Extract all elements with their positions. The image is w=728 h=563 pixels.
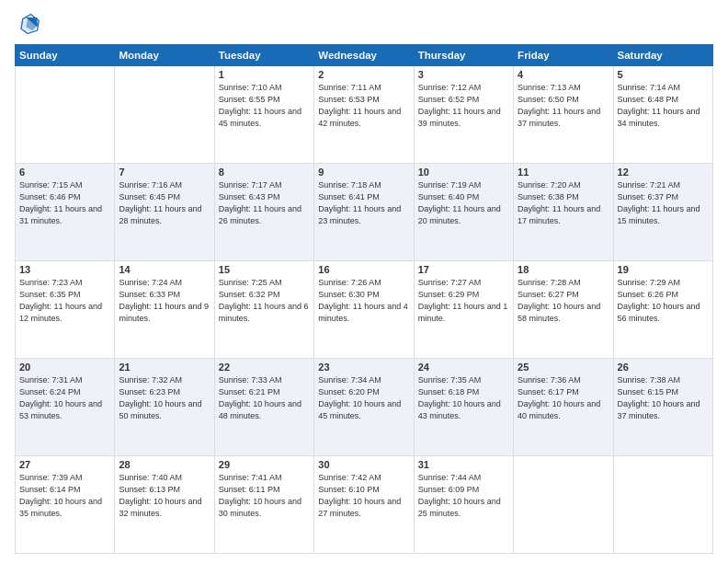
day-info: Sunrise: 7:36 AM Sunset: 6:17 PM Dayligh… [518, 374, 609, 422]
col-header-monday: Monday [115, 45, 214, 66]
day-cell: 21Sunrise: 7:32 AM Sunset: 6:23 PM Dayli… [115, 359, 214, 456]
day-info: Sunrise: 7:25 AM Sunset: 6:32 PM Dayligh… [219, 277, 310, 325]
day-number: 23 [318, 362, 409, 373]
day-cell: 14Sunrise: 7:24 AM Sunset: 6:33 PM Dayli… [115, 261, 214, 359]
day-info: Sunrise: 7:20 AM Sunset: 6:38 PM Dayligh… [518, 179, 609, 227]
day-number: 21 [119, 362, 210, 373]
day-info: Sunrise: 7:17 AM Sunset: 6:43 PM Dayligh… [219, 179, 310, 227]
day-cell: 25Sunrise: 7:36 AM Sunset: 6:17 PM Dayli… [514, 359, 613, 456]
day-info: Sunrise: 7:41 AM Sunset: 6:11 PM Dayligh… [219, 472, 310, 520]
day-number: 17 [418, 264, 509, 275]
day-number: 24 [418, 362, 509, 373]
day-info: Sunrise: 7:24 AM Sunset: 6:33 PM Dayligh… [119, 277, 210, 325]
day-number: 14 [119, 264, 210, 275]
day-cell: 4Sunrise: 7:13 AM Sunset: 6:50 PM Daylig… [514, 66, 613, 164]
day-info: Sunrise: 7:33 AM Sunset: 6:21 PM Dayligh… [219, 374, 310, 422]
day-cell: 22Sunrise: 7:33 AM Sunset: 6:21 PM Dayli… [214, 359, 313, 456]
day-cell [115, 66, 214, 164]
day-number: 31 [418, 459, 509, 470]
day-number: 25 [518, 362, 609, 373]
day-cell: 9Sunrise: 7:18 AM Sunset: 6:41 PM Daylig… [314, 164, 414, 261]
day-info: Sunrise: 7:16 AM Sunset: 6:45 PM Dayligh… [119, 179, 210, 227]
week-row-4: 27Sunrise: 7:39 AM Sunset: 6:14 PM Dayli… [16, 456, 713, 554]
day-cell: 29Sunrise: 7:41 AM Sunset: 6:11 PM Dayli… [214, 456, 313, 554]
day-info: Sunrise: 7:42 AM Sunset: 6:10 PM Dayligh… [318, 472, 409, 520]
day-info: Sunrise: 7:18 AM Sunset: 6:41 PM Dayligh… [318, 179, 409, 227]
day-cell: 6Sunrise: 7:15 AM Sunset: 6:46 PM Daylig… [16, 164, 115, 261]
day-number: 6 [19, 167, 110, 178]
day-info: Sunrise: 7:38 AM Sunset: 6:15 PM Dayligh… [618, 374, 709, 422]
day-info: Sunrise: 7:34 AM Sunset: 6:20 PM Dayligh… [318, 374, 409, 422]
day-cell: 19Sunrise: 7:29 AM Sunset: 6:26 PM Dayli… [613, 261, 712, 359]
day-number: 28 [119, 459, 210, 470]
day-number: 16 [318, 264, 409, 275]
day-cell: 7Sunrise: 7:16 AM Sunset: 6:45 PM Daylig… [115, 164, 214, 261]
day-info: Sunrise: 7:26 AM Sunset: 6:30 PM Dayligh… [318, 277, 409, 325]
day-info: Sunrise: 7:10 AM Sunset: 6:55 PM Dayligh… [219, 82, 310, 130]
col-header-saturday: Saturday [613, 45, 712, 66]
day-info: Sunrise: 7:14 AM Sunset: 6:48 PM Dayligh… [618, 82, 709, 130]
col-header-wednesday: Wednesday [314, 45, 414, 66]
week-row-3: 20Sunrise: 7:31 AM Sunset: 6:24 PM Dayli… [16, 359, 713, 456]
day-number: 9 [318, 167, 409, 178]
week-row-1: 6Sunrise: 7:15 AM Sunset: 6:46 PM Daylig… [16, 164, 713, 261]
day-number: 26 [618, 362, 709, 373]
logo [15, 11, 44, 37]
day-cell: 20Sunrise: 7:31 AM Sunset: 6:24 PM Dayli… [16, 359, 115, 456]
day-number: 4 [518, 69, 609, 80]
day-cell [514, 456, 613, 554]
day-info: Sunrise: 7:23 AM Sunset: 6:35 PM Dayligh… [19, 277, 110, 325]
day-info: Sunrise: 7:13 AM Sunset: 6:50 PM Dayligh… [518, 82, 609, 130]
page: SundayMondayTuesdayWednesdayThursdayFrid… [0, 0, 728, 563]
day-info: Sunrise: 7:29 AM Sunset: 6:26 PM Dayligh… [618, 277, 709, 325]
col-header-thursday: Thursday [414, 45, 513, 66]
day-info: Sunrise: 7:31 AM Sunset: 6:24 PM Dayligh… [19, 374, 110, 422]
day-info: Sunrise: 7:19 AM Sunset: 6:40 PM Dayligh… [418, 179, 509, 227]
day-number: 29 [219, 459, 310, 470]
logo-icon [15, 11, 40, 37]
day-number: 15 [219, 264, 310, 275]
day-info: Sunrise: 7:28 AM Sunset: 6:27 PM Dayligh… [518, 277, 609, 325]
day-info: Sunrise: 7:11 AM Sunset: 6:53 PM Dayligh… [318, 82, 409, 130]
day-cell: 31Sunrise: 7:44 AM Sunset: 6:09 PM Dayli… [414, 456, 513, 554]
day-cell: 10Sunrise: 7:19 AM Sunset: 6:40 PM Dayli… [414, 164, 513, 261]
day-number: 19 [618, 264, 709, 275]
day-info: Sunrise: 7:40 AM Sunset: 6:13 PM Dayligh… [119, 472, 210, 520]
day-info: Sunrise: 7:35 AM Sunset: 6:18 PM Dayligh… [418, 374, 509, 422]
day-cell: 1Sunrise: 7:10 AM Sunset: 6:55 PM Daylig… [214, 66, 313, 164]
day-info: Sunrise: 7:32 AM Sunset: 6:23 PM Dayligh… [119, 374, 210, 422]
day-number: 8 [219, 167, 310, 178]
week-row-2: 13Sunrise: 7:23 AM Sunset: 6:35 PM Dayli… [16, 261, 713, 359]
calendar-header-row: SundayMondayTuesdayWednesdayThursdayFrid… [16, 45, 713, 66]
day-cell [613, 456, 712, 554]
day-cell: 23Sunrise: 7:34 AM Sunset: 6:20 PM Dayli… [314, 359, 414, 456]
day-info: Sunrise: 7:44 AM Sunset: 6:09 PM Dayligh… [418, 472, 509, 520]
day-number: 22 [219, 362, 310, 373]
day-number: 12 [618, 167, 709, 178]
day-cell: 3Sunrise: 7:12 AM Sunset: 6:52 PM Daylig… [414, 66, 513, 164]
day-cell: 8Sunrise: 7:17 AM Sunset: 6:43 PM Daylig… [214, 164, 313, 261]
day-number: 1 [219, 69, 310, 80]
day-info: Sunrise: 7:12 AM Sunset: 6:52 PM Dayligh… [418, 82, 509, 130]
day-cell: 13Sunrise: 7:23 AM Sunset: 6:35 PM Dayli… [16, 261, 115, 359]
day-number: 20 [19, 362, 110, 373]
col-header-friday: Friday [514, 45, 613, 66]
day-cell: 27Sunrise: 7:39 AM Sunset: 6:14 PM Dayli… [16, 456, 115, 554]
day-cell: 28Sunrise: 7:40 AM Sunset: 6:13 PM Dayli… [115, 456, 214, 554]
col-header-sunday: Sunday [16, 45, 115, 66]
day-cell: 16Sunrise: 7:26 AM Sunset: 6:30 PM Dayli… [314, 261, 414, 359]
day-number: 7 [119, 167, 210, 178]
day-number: 11 [518, 167, 609, 178]
day-number: 3 [418, 69, 509, 80]
day-cell: 18Sunrise: 7:28 AM Sunset: 6:27 PM Dayli… [514, 261, 613, 359]
day-cell: 15Sunrise: 7:25 AM Sunset: 6:32 PM Dayli… [214, 261, 313, 359]
day-cell: 12Sunrise: 7:21 AM Sunset: 6:37 PM Dayli… [613, 164, 712, 261]
day-info: Sunrise: 7:27 AM Sunset: 6:29 PM Dayligh… [418, 277, 509, 325]
day-number: 18 [518, 264, 609, 275]
header [15, 11, 713, 37]
day-info: Sunrise: 7:21 AM Sunset: 6:37 PM Dayligh… [618, 179, 709, 227]
col-header-tuesday: Tuesday [214, 45, 313, 66]
day-number: 2 [318, 69, 409, 80]
day-cell: 17Sunrise: 7:27 AM Sunset: 6:29 PM Dayli… [414, 261, 513, 359]
day-cell: 24Sunrise: 7:35 AM Sunset: 6:18 PM Dayli… [414, 359, 513, 456]
